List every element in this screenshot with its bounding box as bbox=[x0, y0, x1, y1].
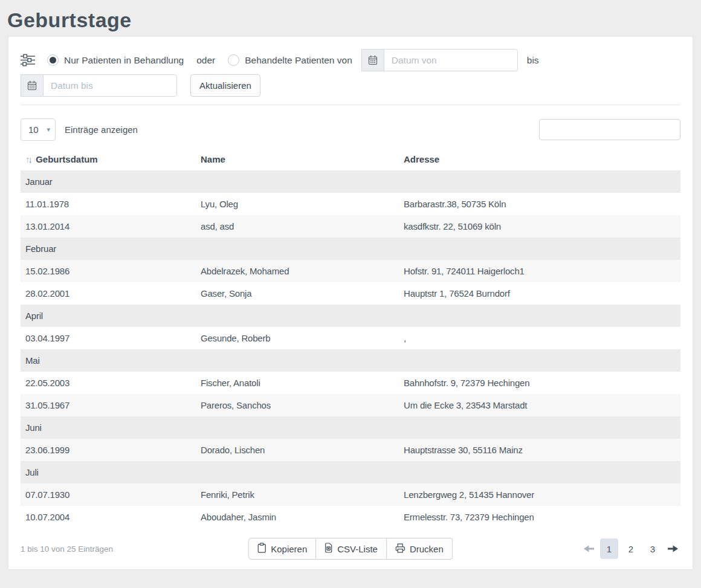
radio-unselected-icon[interactable] bbox=[228, 54, 239, 66]
radio-patients-in-treatment-label: Nur Patienten in Behandlung bbox=[64, 55, 184, 66]
birthdate-cell: 11.01.1978 bbox=[21, 193, 196, 215]
table-footer: 1 bis 10 von 25 Einträgen Kopieren bbox=[21, 537, 680, 561]
month-group-row: Januar bbox=[21, 170, 680, 193]
column-header-adresse[interactable]: Adresse bbox=[399, 148, 680, 170]
datum-bis-input[interactable] bbox=[43, 74, 177, 97]
calendar-icon[interactable] bbox=[361, 49, 384, 71]
birthdate-cell: 13.01.2014 bbox=[21, 215, 196, 237]
month-group-label: Januar bbox=[21, 170, 680, 193]
table-row: 28.02.2001Gaser, SonjaHauptstr 1, 76524 … bbox=[21, 282, 680, 305]
table-row: 03.04.1997Gesunde, Roberb, bbox=[21, 327, 680, 349]
calendar-icon[interactable] bbox=[21, 74, 43, 97]
datum-von-group bbox=[361, 49, 518, 71]
page-button-2[interactable]: 2 bbox=[622, 538, 640, 559]
address-cell: Um die Ecke 3, 23543 Marstadt bbox=[399, 394, 680, 416]
month-group-row: Juli bbox=[21, 461, 680, 483]
page-button-1[interactable]: 1 bbox=[600, 538, 618, 559]
column-label-geburtsdatum: Geburtsdatum bbox=[36, 154, 98, 164]
table-header-row: ↑↓ Geburtsdatum Name Adresse bbox=[21, 148, 680, 170]
radio-patients-in-treatment[interactable]: Nur Patienten in Behandlung bbox=[47, 54, 184, 66]
table-row: 07.07.1930Fenriki, PetrikLenzbergweg 2, … bbox=[21, 483, 680, 506]
entries-label: Einträge anzeigen bbox=[65, 124, 138, 135]
csv-liste-button[interactable]: CSV-Liste bbox=[315, 538, 387, 560]
name-cell: Pareros, Sanchos bbox=[196, 394, 399, 416]
controls-row: 10 ▾ Einträge anzeigen bbox=[21, 118, 680, 141]
table-row: 10.07.2004Aboudaher, JasminErmelesstr. 7… bbox=[21, 506, 680, 528]
column-header-geburtsdatum[interactable]: ↑↓ Geburtsdatum bbox=[21, 148, 196, 170]
name-cell: Gaser, Sonja bbox=[196, 282, 399, 305]
address-cell: Hauptstr 1, 76524 Burndorf bbox=[399, 282, 680, 305]
name-cell: Dorado, Lischen bbox=[196, 439, 399, 461]
page-button-3[interactable]: 3 bbox=[644, 538, 662, 559]
month-group-label: Juli bbox=[21, 461, 680, 483]
search-input[interactable] bbox=[539, 119, 680, 140]
name-cell: Fischer, Anatoli bbox=[196, 372, 399, 394]
filter-row-2: Aktualisieren bbox=[21, 74, 680, 97]
datum-von-input[interactable] bbox=[384, 49, 518, 71]
address-cell: Lenzbergweg 2, 51435 Hannover bbox=[399, 483, 680, 506]
table-row: 13.01.2014asd, asdkasdfkstr. 22, 51069 k… bbox=[21, 215, 680, 237]
radio-selected-icon[interactable] bbox=[47, 54, 59, 66]
table-row: 11.01.1978Lyu, OlegBarbarastr.38, 50735 … bbox=[21, 193, 680, 215]
page-title: Geburtstage bbox=[0, 0, 701, 37]
birthdate-cell: 10.07.2004 bbox=[21, 506, 196, 528]
month-group-label: Februar bbox=[21, 237, 680, 260]
page-size-select[interactable]: 10 ▾ bbox=[21, 118, 56, 141]
birthdate-cell: 03.04.1997 bbox=[21, 327, 196, 349]
birthdate-cell: 22.05.2003 bbox=[21, 372, 196, 394]
name-cell: Abdelrazek, Mohamed bbox=[196, 260, 399, 282]
birthdate-cell: 31.05.1967 bbox=[21, 394, 196, 416]
sliders-icon bbox=[21, 53, 35, 67]
address-cell: Ermelesstr. 73, 72379 Hechingen bbox=[399, 506, 680, 528]
address-cell: , bbox=[399, 327, 680, 349]
birthdate-cell: 07.07.1930 bbox=[21, 483, 196, 506]
address-cell: Barbarastr.38, 50735 Köln bbox=[399, 193, 680, 215]
radio-treated-patients[interactable]: Behandelte Patienten von bbox=[228, 54, 352, 66]
page-size-value: 10 bbox=[28, 124, 39, 135]
birthdate-cell: 23.06.1999 bbox=[21, 439, 196, 461]
clipboard-icon bbox=[257, 543, 266, 555]
name-cell: Fenriki, Petrik bbox=[196, 483, 399, 506]
month-group-row: Mai bbox=[21, 349, 680, 372]
address-cell: Bahnhofstr. 9, 72379 Hechingen bbox=[399, 372, 680, 394]
file-csv-icon bbox=[325, 543, 332, 555]
name-cell: Gesunde, Roberb bbox=[196, 327, 399, 349]
filter-divider bbox=[21, 105, 680, 105]
filter-row-1: Nur Patienten in Behandlung oder Behande… bbox=[21, 49, 680, 71]
table-row: 31.05.1967Pareros, SanchosUm die Ecke 3,… bbox=[21, 394, 680, 416]
sort-icon[interactable]: ↑↓ bbox=[25, 154, 31, 164]
month-group-label: April bbox=[21, 305, 680, 327]
chevron-down-icon: ▾ bbox=[47, 126, 50, 134]
next-page-arrow[interactable] bbox=[665, 544, 680, 553]
printer-icon bbox=[395, 543, 405, 555]
name-cell: Aboudaher, Jasmin bbox=[196, 506, 399, 528]
bis-label: bis bbox=[527, 55, 539, 66]
month-group-row: Februar bbox=[21, 237, 680, 260]
pagination: 1 2 3 bbox=[581, 538, 680, 559]
month-group-row: April bbox=[21, 305, 680, 327]
aktualisieren-button[interactable]: Aktualisieren bbox=[190, 74, 260, 97]
name-cell: Lyu, Oleg bbox=[196, 193, 399, 215]
birthdate-cell: 15.02.1986 bbox=[21, 260, 196, 282]
birthdate-cell: 28.02.2001 bbox=[21, 282, 196, 305]
name-cell: asd, asd bbox=[196, 215, 399, 237]
month-group-row: Juni bbox=[21, 416, 680, 439]
csv-liste-label: CSV-Liste bbox=[337, 544, 378, 554]
drucken-button[interactable]: Drucken bbox=[386, 538, 453, 560]
drucken-label: Drucken bbox=[410, 544, 444, 554]
table-row: 23.06.1999Dorado, LischenHauptstrasse 30… bbox=[21, 439, 680, 461]
sort-desc-icon: ↓ bbox=[28, 154, 31, 164]
address-cell: Hauptstrasse 30, 55116 Mainz bbox=[399, 439, 680, 461]
month-group-label: Juni bbox=[21, 416, 680, 439]
address-cell: kasdfkstr. 22, 51069 köln bbox=[399, 215, 680, 237]
entries-info: 1 bis 10 von 25 Einträgen bbox=[21, 544, 113, 554]
prev-page-arrow[interactable] bbox=[581, 544, 596, 553]
month-group-label: Mai bbox=[21, 349, 680, 372]
datum-bis-group bbox=[21, 74, 177, 97]
birthdays-table: ↑↓ Geburtsdatum Name Adresse Januar11.01… bbox=[21, 148, 680, 528]
kopieren-button[interactable]: Kopieren bbox=[248, 538, 316, 560]
column-header-name[interactable]: Name bbox=[196, 148, 399, 170]
table-row: 22.05.2003Fischer, AnatoliBahnhofstr. 9,… bbox=[21, 372, 680, 394]
radio-treated-patients-label: Behandelte Patienten von bbox=[245, 55, 352, 66]
table-row: 15.02.1986Abdelrazek, MohamedHofstr. 91,… bbox=[21, 260, 680, 282]
